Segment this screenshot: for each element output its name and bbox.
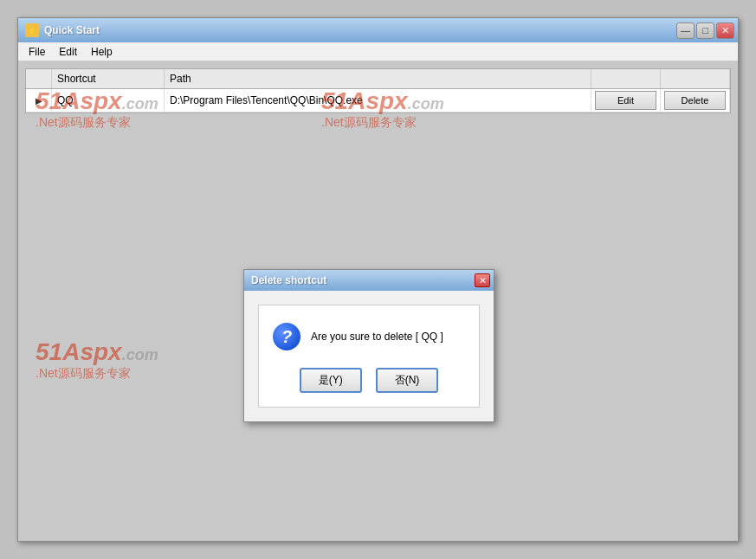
menu-help[interactable]: Help [84,44,120,60]
col-arrow [26,69,52,88]
menu-bar: File Edit Help [18,42,738,61]
content-area: 51Aspx.com .Net源码服务专家 51Aspx.com .Net源码服… [18,61,738,541]
dialog-title-bar: Delete shortcut ✕ [244,270,494,291]
row-edit-cell: Edit [591,89,661,112]
yes-button[interactable]: 是(Y) [300,368,362,393]
no-button[interactable]: 否(N) [376,368,439,393]
row-delete-cell: Delete [661,89,730,112]
watermark-tl: 51Aspx.com .Net源码服务专家 [36,87,158,131]
title-bar-buttons: — □ ✕ [676,22,734,39]
app-icon: ⚡ [25,23,39,37]
col-path: Path [165,69,591,88]
minimize-button[interactable]: — [676,22,695,39]
watermark-bl: 51Aspx.com .Net源码服务专家 [36,338,158,382]
delete-dialog: Delete shortcut ✕ ? Are you sure to dele… [243,269,494,422]
question-icon: ? [273,323,300,350]
title-bar: ⚡ Quick Start — □ ✕ [18,18,738,42]
dialog-message-text: Are you sure to delete [ QQ ] [311,331,443,343]
menu-file[interactable]: File [22,44,52,60]
title-bar-left: ⚡ Quick Start [25,23,100,37]
watermark-tr: 51Aspx.com .Net源码服务专家 [321,87,444,131]
window-title: Quick Start [44,24,100,36]
dialog-message-row: ? Are you sure to delete [ QQ ] [273,323,465,350]
col-delete-header [661,69,730,88]
menu-edit[interactable]: Edit [52,44,84,60]
col-edit-header [591,69,661,88]
dialog-body: ? Are you sure to delete [ QQ ] 是(Y) 否(N… [258,305,480,408]
main-window: ⚡ Quick Start — □ ✕ File Edit Help 51Asp… [17,17,739,542]
edit-button[interactable]: Edit [595,91,656,110]
close-button[interactable]: ✕ [716,22,734,39]
delete-button[interactable]: Delete [664,91,726,110]
dialog-title: Delete shortcut [251,274,326,286]
col-shortcut: Shortcut [52,69,165,88]
maximize-button[interactable]: □ [696,22,714,39]
dialog-content: ? Are you sure to delete [ QQ ] 是(Y) 否(N… [244,291,494,421]
dialog-close-button[interactable]: ✕ [475,273,490,287]
dialog-buttons: 是(Y) 否(N) [273,368,465,393]
table-header: Shortcut Path [26,69,730,89]
